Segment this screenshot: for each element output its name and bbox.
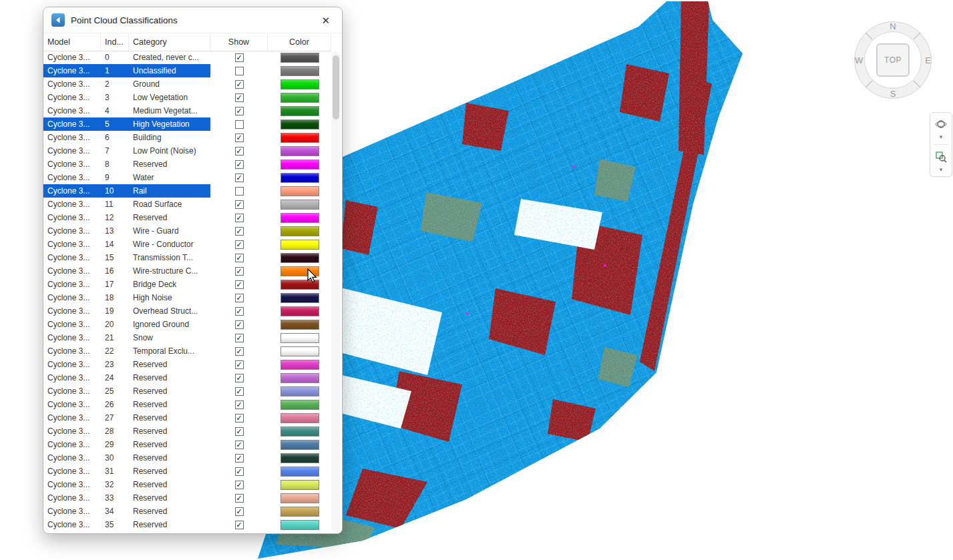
show-cell[interactable]: ✓ xyxy=(210,158,268,171)
color-swatch[interactable] xyxy=(280,293,319,303)
color-cell[interactable] xyxy=(268,291,331,304)
row-model[interactable]: Cyclone 3... xyxy=(43,304,101,318)
row-category[interactable]: Reserved xyxy=(129,465,210,478)
row-category[interactable]: Reserved xyxy=(129,505,210,518)
color-swatch[interactable] xyxy=(280,186,319,196)
show-cell[interactable]: ✓ xyxy=(210,451,268,465)
row-index[interactable]: 20 xyxy=(101,318,129,331)
row-model[interactable]: Cyclone 3... xyxy=(43,505,101,518)
row-model[interactable]: Cyclone 3... xyxy=(43,344,101,358)
color-swatch[interactable] xyxy=(280,507,319,517)
table-row[interactable]: Cyclone 3...2Ground✓ xyxy=(43,77,331,91)
show-cell[interactable]: ✓ xyxy=(210,238,268,251)
show-checkbox[interactable]: ✓ xyxy=(235,214,244,222)
show-checkbox[interactable] xyxy=(235,67,244,75)
show-checkbox[interactable]: ✓ xyxy=(235,427,244,436)
row-model[interactable]: Cyclone 3... xyxy=(43,158,101,171)
row-category[interactable]: Rail xyxy=(129,184,210,198)
show-checkbox[interactable]: ✓ xyxy=(235,240,244,249)
row-model[interactable]: Cyclone 3... xyxy=(43,358,101,371)
color-swatch[interactable] xyxy=(280,53,319,63)
color-swatch[interactable] xyxy=(280,320,319,330)
show-checkbox[interactable] xyxy=(235,120,244,129)
table-row[interactable]: Cyclone 3...33Reserved✓ xyxy=(43,491,331,505)
row-category[interactable]: Reserved xyxy=(129,438,210,451)
color-cell[interactable] xyxy=(268,144,331,158)
color-swatch[interactable] xyxy=(280,360,319,370)
color-swatch[interactable] xyxy=(280,280,319,290)
row-model[interactable]: Cyclone 3... xyxy=(43,465,101,478)
show-cell[interactable]: ✓ xyxy=(210,291,268,304)
color-swatch[interactable] xyxy=(280,253,319,263)
color-cell[interactable] xyxy=(268,398,331,411)
color-swatch[interactable] xyxy=(280,106,319,116)
show-checkbox[interactable]: ✓ xyxy=(235,467,244,476)
row-index[interactable]: 18 xyxy=(101,291,129,304)
color-cell[interactable] xyxy=(268,117,331,131)
table-row[interactable]: Cyclone 3...35Reserved✓ xyxy=(43,518,331,531)
show-cell[interactable]: ✓ xyxy=(210,171,268,184)
show-checkbox[interactable]: ✓ xyxy=(235,400,244,409)
show-checkbox[interactable]: ✓ xyxy=(235,294,244,302)
row-model[interactable]: Cyclone 3... xyxy=(43,77,101,91)
show-checkbox[interactable]: ✓ xyxy=(235,521,244,529)
show-cell[interactable]: ✓ xyxy=(210,491,268,505)
row-category[interactable]: Low Vegetation xyxy=(129,91,210,104)
table-row[interactable]: Cyclone 3...9Water✓ xyxy=(43,171,331,184)
row-category[interactable]: Created, never c... xyxy=(129,51,210,64)
color-swatch[interactable] xyxy=(280,346,319,356)
zoom-selection-button[interactable] xyxy=(933,149,949,165)
row-model[interactable]: Cyclone 3... xyxy=(43,51,101,64)
show-checkbox[interactable]: ✓ xyxy=(235,93,244,102)
orbit-dropdown-chevron-icon[interactable]: ▾ xyxy=(940,133,943,140)
row-index[interactable]: 23 xyxy=(101,358,129,371)
row-index[interactable]: 26 xyxy=(101,398,129,411)
row-index[interactable]: 34 xyxy=(101,505,129,518)
color-cell[interactable] xyxy=(268,238,331,251)
row-category[interactable]: Low Point (Noise) xyxy=(129,144,210,158)
row-index[interactable]: 28 xyxy=(101,425,129,438)
table-row[interactable]: Cyclone 3...1Unclassified xyxy=(43,64,331,77)
color-cell[interactable] xyxy=(268,77,331,91)
show-cell[interactable]: ✓ xyxy=(210,224,268,238)
row-index[interactable]: 13 xyxy=(101,224,129,238)
row-index[interactable]: 27 xyxy=(101,411,129,425)
row-index[interactable]: 24 xyxy=(101,371,129,384)
row-category[interactable]: Medium Vegetat... xyxy=(129,104,210,117)
show-cell[interactable] xyxy=(210,117,268,131)
show-cell[interactable]: ✓ xyxy=(210,144,268,158)
color-swatch[interactable] xyxy=(280,440,319,450)
show-checkbox[interactable]: ✓ xyxy=(235,133,244,142)
color-swatch[interactable] xyxy=(280,66,319,76)
color-swatch[interactable] xyxy=(280,119,319,129)
row-category[interactable]: Reserved xyxy=(129,518,210,531)
row-index[interactable]: 16 xyxy=(101,264,129,278)
show-checkbox[interactable]: ✓ xyxy=(235,147,244,156)
color-swatch[interactable] xyxy=(280,266,319,276)
row-category[interactable]: Temporal Exclu... xyxy=(129,344,210,358)
color-swatch[interactable] xyxy=(280,226,319,236)
show-cell[interactable]: ✓ xyxy=(210,384,268,398)
color-cell[interactable] xyxy=(268,344,331,358)
color-swatch[interactable] xyxy=(280,173,319,183)
show-checkbox[interactable]: ✓ xyxy=(235,200,244,209)
show-cell[interactable]: ✓ xyxy=(210,264,268,278)
color-cell[interactable] xyxy=(268,198,331,211)
color-cell[interactable] xyxy=(268,518,331,531)
show-checkbox[interactable]: ✓ xyxy=(235,454,244,463)
row-model[interactable]: Cyclone 3... xyxy=(43,438,101,451)
row-index[interactable]: 14 xyxy=(101,238,129,251)
show-checkbox[interactable]: ✓ xyxy=(235,307,244,316)
color-cell[interactable] xyxy=(268,211,331,224)
color-swatch[interactable] xyxy=(280,93,319,103)
orbit-tool-button[interactable] xyxy=(933,116,949,132)
row-model[interactable]: Cyclone 3... xyxy=(43,171,101,184)
table-row[interactable]: Cyclone 3...21Snow✓ xyxy=(43,331,331,344)
show-cell[interactable]: ✓ xyxy=(210,398,268,411)
color-cell[interactable] xyxy=(268,478,331,491)
show-checkbox[interactable]: ✓ xyxy=(235,494,244,503)
row-model[interactable]: Cyclone 3... xyxy=(43,478,101,491)
row-model[interactable]: Cyclone 3... xyxy=(43,518,101,531)
row-category[interactable]: Reserved xyxy=(129,384,210,398)
table-row[interactable]: Cyclone 3...26Reserved✓ xyxy=(43,398,331,411)
